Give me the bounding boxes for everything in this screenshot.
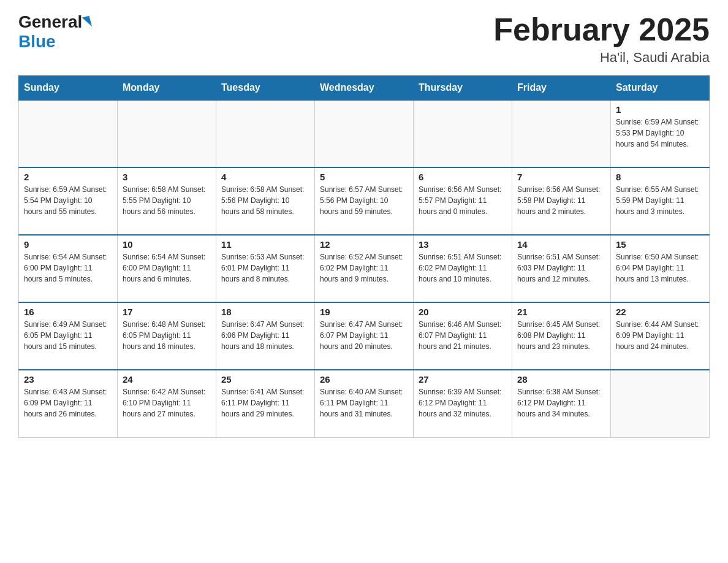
day-number: 11 bbox=[221, 239, 309, 250]
day-number: 3 bbox=[123, 172, 211, 182]
calendar-cell bbox=[611, 370, 710, 437]
calendar-cell: 21Sunrise: 6:45 AM Sunset: 6:08 PM Dayli… bbox=[512, 302, 611, 370]
day-info: Sunrise: 6:45 AM Sunset: 6:08 PM Dayligh… bbox=[517, 319, 605, 352]
day-number: 26 bbox=[320, 374, 408, 385]
day-info: Sunrise: 6:47 AM Sunset: 6:07 PM Dayligh… bbox=[320, 319, 408, 352]
calendar-cell bbox=[118, 100, 216, 167]
calendar-week-row: 2Sunrise: 6:59 AM Sunset: 5:54 PM Daylig… bbox=[19, 167, 710, 235]
day-number: 6 bbox=[419, 172, 507, 182]
calendar-cell: 16Sunrise: 6:49 AM Sunset: 6:05 PM Dayli… bbox=[19, 302, 118, 370]
calendar-cell: 5Sunrise: 6:57 AM Sunset: 5:56 PM Daylig… bbox=[315, 167, 414, 235]
calendar-cell: 14Sunrise: 6:51 AM Sunset: 6:03 PM Dayli… bbox=[512, 235, 611, 302]
calendar-cell: 1Sunrise: 6:59 AM Sunset: 5:53 PM Daylig… bbox=[611, 100, 710, 167]
calendar-cell: 8Sunrise: 6:55 AM Sunset: 5:59 PM Daylig… bbox=[611, 167, 710, 235]
calendar-cell: 20Sunrise: 6:46 AM Sunset: 6:07 PM Dayli… bbox=[414, 302, 512, 370]
calendar-cell: 3Sunrise: 6:58 AM Sunset: 5:55 PM Daylig… bbox=[118, 167, 216, 235]
day-info: Sunrise: 6:58 AM Sunset: 5:56 PM Dayligh… bbox=[221, 184, 309, 217]
calendar-week-row: 23Sunrise: 6:43 AM Sunset: 6:09 PM Dayli… bbox=[19, 370, 710, 437]
day-info: Sunrise: 6:48 AM Sunset: 6:05 PM Dayligh… bbox=[123, 319, 211, 352]
calendar-cell: 17Sunrise: 6:48 AM Sunset: 6:05 PM Dayli… bbox=[118, 302, 216, 370]
day-info: Sunrise: 6:44 AM Sunset: 6:09 PM Dayligh… bbox=[616, 319, 704, 352]
calendar-cell bbox=[216, 100, 315, 167]
day-info: Sunrise: 6:55 AM Sunset: 5:59 PM Dayligh… bbox=[616, 184, 704, 217]
day-info: Sunrise: 6:58 AM Sunset: 5:55 PM Dayligh… bbox=[123, 184, 211, 217]
day-number: 18 bbox=[221, 307, 309, 317]
day-info: Sunrise: 6:59 AM Sunset: 5:53 PM Dayligh… bbox=[616, 117, 704, 150]
day-info: Sunrise: 6:54 AM Sunset: 6:00 PM Dayligh… bbox=[24, 251, 112, 285]
weekday-header-saturday: Saturday bbox=[611, 76, 710, 101]
calendar-cell bbox=[315, 100, 414, 167]
weekday-header-tuesday: Tuesday bbox=[216, 76, 315, 101]
calendar-cell: 7Sunrise: 6:56 AM Sunset: 5:58 PM Daylig… bbox=[512, 167, 611, 235]
day-number: 12 bbox=[320, 239, 408, 250]
calendar-cell: 23Sunrise: 6:43 AM Sunset: 6:09 PM Dayli… bbox=[19, 370, 118, 437]
calendar-cell bbox=[19, 100, 118, 167]
day-info: Sunrise: 6:59 AM Sunset: 5:54 PM Dayligh… bbox=[24, 184, 112, 217]
calendar-cell: 27Sunrise: 6:39 AM Sunset: 6:12 PM Dayli… bbox=[414, 370, 512, 437]
day-number: 23 bbox=[24, 374, 112, 385]
day-info: Sunrise: 6:51 AM Sunset: 6:03 PM Dayligh… bbox=[517, 251, 605, 285]
weekday-header-wednesday: Wednesday bbox=[315, 76, 414, 101]
calendar-cell: 10Sunrise: 6:54 AM Sunset: 6:00 PM Dayli… bbox=[118, 235, 216, 302]
day-info: Sunrise: 6:53 AM Sunset: 6:01 PM Dayligh… bbox=[221, 251, 309, 285]
calendar-week-row: 9Sunrise: 6:54 AM Sunset: 6:00 PM Daylig… bbox=[19, 235, 710, 302]
weekday-header-monday: Monday bbox=[118, 76, 216, 101]
day-number: 28 bbox=[517, 374, 605, 385]
day-info: Sunrise: 6:46 AM Sunset: 6:07 PM Dayligh… bbox=[419, 319, 507, 352]
day-number: 7 bbox=[517, 172, 605, 182]
weekday-header-sunday: Sunday bbox=[19, 76, 118, 101]
day-number: 9 bbox=[24, 239, 112, 250]
calendar-cell: 25Sunrise: 6:41 AM Sunset: 6:11 PM Dayli… bbox=[216, 370, 315, 437]
day-info: Sunrise: 6:39 AM Sunset: 6:12 PM Dayligh… bbox=[419, 386, 507, 419]
day-info: Sunrise: 6:51 AM Sunset: 6:02 PM Dayligh… bbox=[419, 251, 507, 285]
calendar-cell bbox=[414, 100, 512, 167]
page-subtitle: Ha'il, Saudi Arabia bbox=[493, 50, 710, 66]
calendar-cell: 12Sunrise: 6:52 AM Sunset: 6:02 PM Dayli… bbox=[315, 235, 414, 302]
title-area: February 2025 Ha'il, Saudi Arabia bbox=[493, 12, 710, 66]
day-number: 20 bbox=[419, 307, 507, 317]
day-info: Sunrise: 6:42 AM Sunset: 6:10 PM Dayligh… bbox=[123, 386, 211, 419]
calendar-cell: 22Sunrise: 6:44 AM Sunset: 6:09 PM Dayli… bbox=[611, 302, 710, 370]
calendar-cell: 18Sunrise: 6:47 AM Sunset: 6:06 PM Dayli… bbox=[216, 302, 315, 370]
calendar-week-row: 1Sunrise: 6:59 AM Sunset: 5:53 PM Daylig… bbox=[19, 100, 710, 167]
calendar-cell: 9Sunrise: 6:54 AM Sunset: 6:00 PM Daylig… bbox=[19, 235, 118, 302]
day-number: 4 bbox=[221, 172, 309, 182]
calendar-cell: 6Sunrise: 6:56 AM Sunset: 5:57 PM Daylig… bbox=[414, 167, 512, 235]
day-info: Sunrise: 6:54 AM Sunset: 6:00 PM Dayligh… bbox=[123, 251, 211, 285]
calendar-table: SundayMondayTuesdayWednesdayThursdayFrid… bbox=[18, 75, 710, 438]
day-info: Sunrise: 6:47 AM Sunset: 6:06 PM Dayligh… bbox=[221, 319, 309, 352]
calendar-cell: 19Sunrise: 6:47 AM Sunset: 6:07 PM Dayli… bbox=[315, 302, 414, 370]
weekday-header-friday: Friday bbox=[512, 76, 611, 101]
calendar-cell: 4Sunrise: 6:58 AM Sunset: 5:56 PM Daylig… bbox=[216, 167, 315, 235]
day-number: 13 bbox=[419, 239, 507, 250]
day-number: 10 bbox=[123, 239, 211, 250]
day-info: Sunrise: 6:41 AM Sunset: 6:11 PM Dayligh… bbox=[221, 386, 309, 419]
day-info: Sunrise: 6:56 AM Sunset: 5:57 PM Dayligh… bbox=[419, 184, 507, 217]
day-number: 22 bbox=[616, 307, 704, 317]
day-info: Sunrise: 6:40 AM Sunset: 6:11 PM Dayligh… bbox=[320, 386, 408, 419]
weekday-header-thursday: Thursday bbox=[414, 76, 512, 101]
logo: General Blue bbox=[18, 12, 91, 52]
day-number: 14 bbox=[517, 239, 605, 250]
page-title: February 2025 bbox=[493, 12, 710, 47]
logo-arrow-icon bbox=[82, 16, 92, 28]
day-number: 19 bbox=[320, 307, 408, 317]
calendar-cell: 24Sunrise: 6:42 AM Sunset: 6:10 PM Dayli… bbox=[118, 370, 216, 437]
logo-general-text: General bbox=[18, 12, 82, 32]
calendar-header: SundayMondayTuesdayWednesdayThursdayFrid… bbox=[19, 76, 710, 101]
weekday-header-row: SundayMondayTuesdayWednesdayThursdayFrid… bbox=[19, 76, 710, 101]
day-number: 25 bbox=[221, 374, 309, 385]
calendar-cell: 11Sunrise: 6:53 AM Sunset: 6:01 PM Dayli… bbox=[216, 235, 315, 302]
day-number: 2 bbox=[24, 172, 112, 182]
calendar-cell: 26Sunrise: 6:40 AM Sunset: 6:11 PM Dayli… bbox=[315, 370, 414, 437]
calendar-body: 1Sunrise: 6:59 AM Sunset: 5:53 PM Daylig… bbox=[19, 100, 710, 437]
calendar-cell: 15Sunrise: 6:50 AM Sunset: 6:04 PM Dayli… bbox=[611, 235, 710, 302]
day-number: 27 bbox=[419, 374, 507, 385]
day-info: Sunrise: 6:52 AM Sunset: 6:02 PM Dayligh… bbox=[320, 251, 408, 285]
calendar-week-row: 16Sunrise: 6:49 AM Sunset: 6:05 PM Dayli… bbox=[19, 302, 710, 370]
calendar-cell bbox=[512, 100, 611, 167]
calendar-cell: 28Sunrise: 6:38 AM Sunset: 6:12 PM Dayli… bbox=[512, 370, 611, 437]
page-header: General Blue February 2025 Ha'il, Saudi … bbox=[18, 12, 710, 66]
day-number: 16 bbox=[24, 307, 112, 317]
day-number: 21 bbox=[517, 307, 605, 317]
